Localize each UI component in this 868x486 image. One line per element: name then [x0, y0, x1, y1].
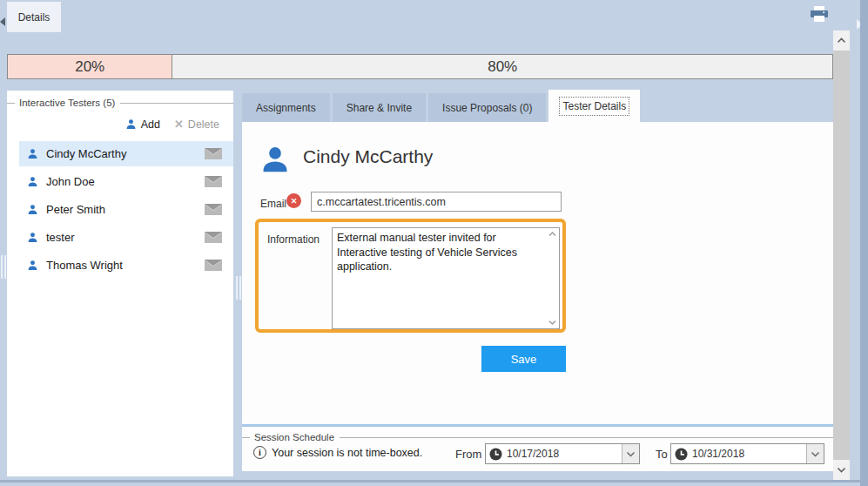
- to-label: To: [656, 448, 668, 461]
- tab-issue-proposals[interactable]: Issue Proposals (0): [428, 93, 546, 122]
- to-date-value: 10/31/2018: [692, 448, 806, 460]
- session-group-legend: Session Schedule: [242, 431, 833, 443]
- tester-name: tester: [46, 231, 75, 244]
- progress-bar: 20% 80%: [7, 54, 833, 79]
- from-date-value: 10/17/2018: [507, 448, 622, 460]
- add-tester-button[interactable]: Add: [125, 118, 160, 131]
- legend-line: [7, 103, 15, 104]
- envelope-icon[interactable]: [205, 232, 222, 243]
- printer-icon: [811, 6, 828, 22]
- tester-details-panel: Cindy McCarthy Email ✕ Information Exter…: [242, 122, 833, 424]
- from-label: From: [455, 448, 481, 461]
- tester-avatar-person-icon: [259, 145, 291, 174]
- tester-name: Thomas Wright: [46, 259, 123, 272]
- legend-line: [120, 103, 233, 104]
- vertical-scrollbar[interactable]: [833, 30, 850, 480]
- progress-segment-80: 80%: [172, 55, 832, 78]
- delete-button-label: Delete: [188, 118, 219, 131]
- person-icon: [27, 232, 38, 243]
- tester-name: Peter Smith: [46, 203, 105, 216]
- chevron-down-icon: [837, 467, 846, 473]
- tester-name-heading: Cindy McCarthy: [303, 146, 433, 167]
- legend-line: [340, 437, 833, 438]
- tester-list: Cindy McCarthy John Doe: [7, 141, 233, 278]
- tab-label: Tester Details: [562, 100, 626, 112]
- person-icon: [27, 176, 38, 187]
- clock-icon: [489, 448, 502, 461]
- tester-name: John Doe: [46, 175, 95, 188]
- tester-row-cindy-mccarthy[interactable]: Cindy McCarthy: [19, 141, 233, 166]
- chevron-down-icon[interactable]: [548, 320, 556, 325]
- add-button-label: Add: [141, 118, 160, 131]
- delete-x-icon: ✕: [174, 118, 184, 131]
- print-button[interactable]: [811, 6, 828, 22]
- envelope-icon[interactable]: [205, 176, 222, 187]
- chevron-down-icon: [626, 451, 636, 457]
- envelope-icon[interactable]: [205, 148, 222, 159]
- information-highlight-box: Information External manual tester invit…: [255, 219, 566, 333]
- to-dropdown-button[interactable]: [806, 444, 824, 463]
- sidebar-group-legend: Interactive Testers (5): [7, 97, 233, 109]
- information-text: External manual tester invited for Inter…: [337, 231, 545, 326]
- tab-assignments[interactable]: Assignments: [242, 93, 330, 122]
- save-button[interactable]: Save: [481, 346, 566, 372]
- sidebar-toolbar: Add ✕ Delete: [7, 118, 233, 131]
- from-dropdown-button[interactable]: [622, 444, 639, 463]
- email-label: Email: [260, 198, 286, 210]
- right-edge-strip: [860, 0, 868, 486]
- chevron-up-icon[interactable]: [548, 232, 556, 237]
- scroll-down-button[interactable]: [833, 460, 850, 480]
- envelope-icon[interactable]: [205, 260, 222, 271]
- tab-label: Share & Invite: [347, 102, 412, 114]
- email-error-icon: ✕: [286, 193, 301, 208]
- tester-row-peter-smith[interactable]: Peter Smith: [19, 197, 233, 222]
- chevron-up-icon: [837, 37, 846, 44]
- person-icon: [27, 204, 38, 215]
- sidebar-title: Interactive Testers (5): [15, 98, 120, 108]
- information-textarea[interactable]: External manual tester invited for Inter…: [332, 227, 560, 329]
- legend-line: [242, 437, 250, 438]
- chevron-down-icon: [811, 451, 820, 457]
- app-window: Details 20% 80% Interactive Testers (5): [0, 0, 868, 486]
- session-status-text: Your session is not time-boxed.: [272, 447, 422, 459]
- person-add-icon: [125, 118, 137, 130]
- tab-label: Assignments: [256, 102, 316, 114]
- session-status: i Your session is not time-boxed.: [253, 446, 422, 459]
- to-date-picker[interactable]: 10/31/2018: [670, 443, 824, 464]
- progress-segment-20: 20%: [8, 55, 172, 78]
- from-date-picker[interactable]: 10/17/2018: [485, 443, 640, 464]
- tester-row-tester[interactable]: tester: [19, 225, 233, 250]
- tab-tester-details[interactable]: Tester Details: [548, 90, 640, 122]
- collapse-left-arrow-icon[interactable]: [0, 17, 5, 26]
- clock-icon: [675, 448, 688, 461]
- envelope-icon[interactable]: [205, 204, 222, 215]
- detail-tabs: Assignments Share & Invite Issue Proposa…: [242, 90, 640, 122]
- information-label: Information: [267, 233, 320, 246]
- tester-row-thomas-wright[interactable]: Thomas Wright: [19, 253, 233, 278]
- left-splitter-handle[interactable]: [1, 255, 6, 279]
- interactive-testers-panel: Interactive Testers (5) Add ✕ Delete: [7, 91, 233, 476]
- tester-row-john-doe[interactable]: John Doe: [19, 169, 233, 194]
- session-schedule-title: Session Schedule: [250, 432, 340, 442]
- tab-label: Issue Proposals (0): [442, 102, 532, 114]
- scroll-up-button[interactable]: [833, 30, 850, 51]
- session-schedule-panel: Session Schedule i Your session is not t…: [242, 427, 833, 471]
- delete-tester-button[interactable]: ✕ Delete: [174, 118, 219, 131]
- email-input[interactable]: [311, 192, 562, 212]
- details-tab[interactable]: Details: [7, 2, 61, 32]
- tab-share-invite[interactable]: Share & Invite: [333, 93, 426, 122]
- info-icon: i: [253, 446, 266, 459]
- bottom-edge-strip: [0, 480, 868, 483]
- person-icon: [27, 148, 38, 159]
- tester-name: Cindy McCarthy: [46, 147, 126, 160]
- person-icon: [27, 260, 38, 271]
- scrollbar-track[interactable]: [833, 51, 850, 460]
- sidebar-splitter-handle[interactable]: [236, 276, 241, 300]
